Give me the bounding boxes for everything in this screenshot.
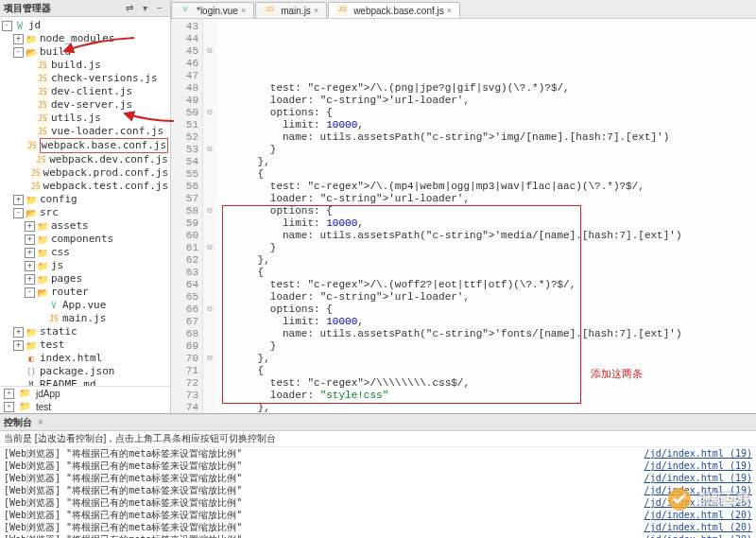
console-row[interactable]: [Web浏览器] "将根据已有的meta标签来设置缩放比例"/jd/index.…: [4, 460, 752, 472]
tree-item-package-json[interactable]: {}package.json: [0, 365, 170, 378]
code-line[interactable]: {: [220, 168, 752, 181]
console-row[interactable]: [Web浏览器] "将根据已有的meta标签来设置缩放比例"/jd/index.…: [4, 484, 752, 496]
console-panel: 控制台 × 当前是 [边改边看控制台]，点击上角工具条相应按钮可切换控制台 [W…: [0, 413, 756, 538]
code-line[interactable]: options: {: [220, 107, 752, 119]
console-row[interactable]: [Web浏览器] "将根据已有的meta标签来设置缩放比例"/jd/index.…: [4, 496, 752, 509]
tree-item-index-html[interactable]: ◧index.html: [0, 352, 170, 365]
tree-item-css[interactable]: +📁css: [0, 246, 170, 259]
annotation-text: 添加这两条: [591, 369, 643, 381]
sidebar-header: 项目管理器 ⇄ ▾ −: [0, 0, 170, 17]
tree-item-config[interactable]: +📁config: [0, 193, 170, 206]
bottom-tab-jdApp[interactable]: +📁jdApp: [0, 387, 170, 400]
tree-item-webpack-base-conf-js[interactable]: JSwebpack.base.conf.js: [0, 138, 170, 153]
tree-item-vue-loader-conf-js[interactable]: JSvue-loader.conf.js: [0, 125, 170, 138]
console-location-link[interactable]: /jd/index.html (20): [644, 509, 752, 521]
tree-item-webpack-test-conf-js[interactable]: JSwebpack.test.conf.js: [0, 180, 170, 193]
tree-item-webpack-prod-conf-js[interactable]: JSwebpack.prod.conf.js: [0, 166, 170, 180]
console-location-link[interactable]: /jd/index.html (20): [644, 496, 752, 509]
tree-item-router[interactable]: -📂router: [0, 286, 170, 299]
tree-item-js[interactable]: +📁js: [0, 259, 170, 272]
tab--login-vue[interactable]: V*login.vue×: [171, 2, 254, 18]
code-line[interactable]: name: utils.assetsPath("c-string">'img/[…: [220, 131, 752, 144]
tab-webpack-base-conf-js[interactable]: JSwebpack.base.conf.js×: [328, 2, 460, 18]
bottom-tab-test[interactable]: +📁test: [0, 400, 170, 413]
sidebar-minimize-icon[interactable]: −: [153, 2, 166, 15]
code-line[interactable]: options: {: [220, 205, 752, 217]
console-location-link[interactable]: /jd/index.html (19): [644, 460, 752, 472]
console-location-link[interactable]: /jd/index.html (20): [644, 533, 752, 538]
code-line[interactable]: test: "c-regex">/\.(png|jpe?g|gif|svg)(\…: [220, 82, 752, 95]
tree-item-readme-md[interactable]: MREADME.md: [0, 378, 170, 386]
tree-item-node-modules[interactable]: +📁node_modules: [0, 32, 170, 45]
tree-item-dev-client-js[interactable]: JSdev-client.js: [0, 85, 170, 98]
sidebar-title: 项目管理器: [4, 2, 121, 15]
code-line[interactable]: },: [220, 353, 752, 365]
code-view: 4344454647484950515253545556575859606162…: [171, 19, 756, 413]
tree-item-components[interactable]: +📁components: [0, 233, 170, 246]
code-line[interactable]: },: [220, 402, 752, 413]
tab-main-js[interactable]: JSmain.js×: [255, 2, 327, 18]
tree-item-app-vue[interactable]: VApp.vue: [0, 299, 170, 312]
tree-item-test[interactable]: +📁test: [0, 338, 170, 352]
code-line[interactable]: }: [220, 144, 752, 156]
tree-item-utils-js[interactable]: JSutils.js: [0, 112, 170, 125]
code-line[interactable]: {: [220, 365, 752, 377]
code-line[interactable]: limit: 10000,: [220, 119, 752, 131]
code-line[interactable]: test: "c-regex">/\.(woff2?|eot|ttf|otf)(…: [220, 279, 752, 291]
console-body[interactable]: [Web浏览器] "将根据已有的meta标签来设置缩放比例"/jd/index.…: [0, 447, 756, 538]
line-number-gutter: 4344454647484950515253545556575859606162…: [171, 19, 203, 413]
tree-item-dev-server-js[interactable]: JSdev-server.js: [0, 98, 170, 112]
console-info-text: 当前是 [边改边看控制台]，点击上角工具条相应按钮可切换控制台: [4, 433, 276, 443]
console-info-bar: 当前是 [边改边看控制台]，点击上角工具条相应按钮可切换控制台: [0, 431, 756, 447]
tab-close-icon[interactable]: ×: [314, 6, 318, 15]
tree-item-pages[interactable]: +📁pages: [0, 272, 170, 286]
editor-tabs: V*login.vue×JSmain.js×JSwebpack.base.con…: [171, 0, 756, 19]
code-line[interactable]: },: [220, 156, 752, 168]
code-line[interactable]: }: [220, 340, 752, 353]
tab-close-icon[interactable]: ×: [447, 6, 452, 15]
tree-item-build[interactable]: -📂build: [0, 45, 170, 59]
code-line[interactable]: options: {: [220, 304, 752, 316]
console-row[interactable]: [Web浏览器] "将根据已有的meta标签来设置缩放比例"/jd/index.…: [4, 447, 752, 460]
code-content[interactable]: 添加这两条 test: "c-regex">/\.(png|jpe?g|gif|…: [216, 19, 756, 413]
sidebar-bottom-tabs: +📁jdApp+📁test: [0, 386, 170, 413]
tree-item-assets[interactable]: +📁assets: [0, 219, 170, 233]
tab-close-icon[interactable]: ×: [241, 6, 246, 15]
tree-item-build-js[interactable]: JSbuild.js: [0, 59, 170, 72]
console-row[interactable]: [Web浏览器] "将根据已有的meta标签来设置缩放比例"/jd/index.…: [4, 521, 752, 533]
code-line[interactable]: loader: "style!css": [220, 390, 752, 402]
code-line[interactable]: test: "c-regex">/\\\\\\\\.css$/,: [220, 377, 752, 390]
console-location-link[interactable]: /jd/index.html (19): [644, 447, 752, 460]
code-line[interactable]: limit: 10000,: [220, 217, 752, 230]
fold-gutter[interactable]: ⊟⊟⊟⊟⊟⊟⊟: [203, 19, 216, 413]
console-header: 控制台 ×: [0, 414, 756, 431]
editor-area: V*login.vue×JSmain.js×JSwebpack.base.con…: [171, 0, 756, 413]
code-line[interactable]: test: "c-regex">/\.(mp4|webm|ogg|mp3|wav…: [220, 181, 752, 193]
sidebar-sync-icon[interactable]: ⇄: [123, 2, 136, 15]
code-line[interactable]: }: [220, 242, 752, 254]
code-line[interactable]: limit: 10000,: [220, 316, 752, 328]
code-line[interactable]: {: [220, 267, 752, 279]
sidebar-menu-icon[interactable]: ▾: [138, 2, 151, 15]
console-location-link[interactable]: /jd/index.html (20): [644, 521, 752, 533]
code-line[interactable]: loader: "c-string">'url-loader',: [220, 193, 752, 205]
console-row[interactable]: [Web浏览器] "将根据已有的meta标签来设置缩放比例"/jd/index.…: [4, 533, 752, 538]
console-location-link[interactable]: /jd/index.html (19): [644, 484, 752, 496]
file-tree[interactable]: -Wjd+📁node_modules-📂buildJSbuild.jsJSche…: [0, 17, 170, 386]
tree-item-check-versions-js[interactable]: JScheck-versions.js: [0, 72, 170, 85]
tree-root[interactable]: -Wjd: [0, 19, 170, 32]
tree-item-static[interactable]: +📁static: [0, 325, 170, 338]
code-line[interactable]: name: utils.assetsPath("c-string">'media…: [220, 230, 752, 242]
tree-item-webpack-dev-conf-js[interactable]: JSwebpack.dev.conf.js: [0, 153, 170, 166]
code-line[interactable]: },: [220, 254, 752, 267]
console-close-icon[interactable]: ×: [38, 417, 43, 427]
console-location-link[interactable]: /jd/index.html (19): [644, 472, 752, 484]
code-line[interactable]: loader: "c-string">'url-loader',: [220, 291, 752, 304]
project-explorer: 项目管理器 ⇄ ▾ − -Wjd+📁node_modules-📂buildJSb…: [0, 0, 171, 413]
code-line[interactable]: loader: "c-string">'url-loader',: [220, 95, 752, 107]
tree-item-src[interactable]: -📂src: [0, 206, 170, 219]
console-row[interactable]: [Web浏览器] "将根据已有的meta标签来设置缩放比例"/jd/index.…: [4, 472, 752, 484]
code-line[interactable]: name: utils.assetsPath("c-string">'fonts…: [220, 328, 752, 340]
tree-item-main-js[interactable]: JSmain.js: [0, 312, 170, 325]
console-row[interactable]: [Web浏览器] "将根据已有的meta标签来设置缩放比例"/jd/index.…: [4, 509, 752, 521]
